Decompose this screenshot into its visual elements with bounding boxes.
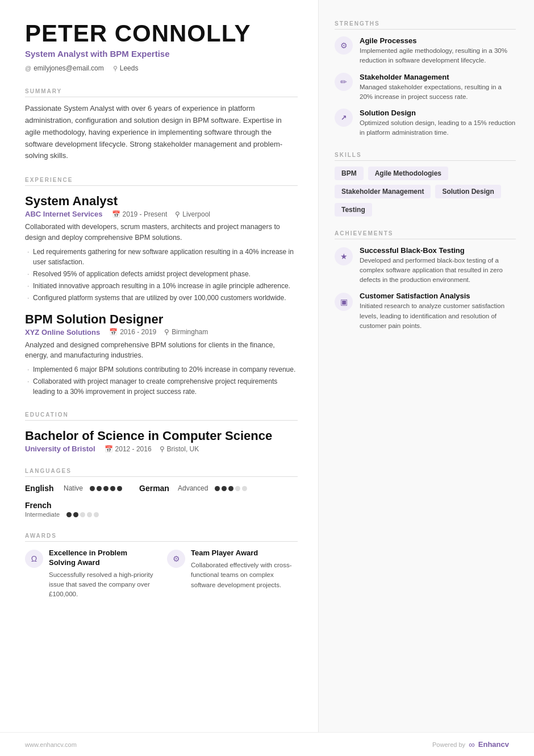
- dot-empty: [80, 512, 85, 517]
- lang-french: French Intermediate: [25, 501, 99, 518]
- calendar-icon-2: 📅: [109, 328, 118, 336]
- awards-grid: Ω Excellence in Problem Solving Award Su…: [25, 549, 298, 600]
- email-contact: @ emilyjones@email.com: [25, 64, 104, 72]
- job-1-company: ABC Internet Services: [25, 210, 103, 218]
- skill-testing: Testing: [335, 203, 372, 217]
- skill-bpm: BPM: [335, 167, 364, 180]
- experience-label: EXPERIENCE: [25, 177, 298, 186]
- achievements-section: ACHIEVEMENTS ★ Successful Black-Box Test…: [335, 230, 516, 331]
- job-1-bullets: Led requirements gathering for new softw…: [25, 247, 298, 303]
- strengths-label: STRENGTHS: [335, 20, 516, 30]
- summary-label: SUMMARY: [25, 88, 298, 97]
- education-section: EDUCATION Bachelor of Science in Compute…: [25, 412, 298, 453]
- job-2-period: 📅 2016 - 2019: [109, 328, 156, 336]
- job-2-title: BPM Solution Designer: [25, 312, 298, 327]
- pin-icon-1: ⚲: [175, 210, 180, 218]
- dot: [103, 486, 109, 491]
- dot: [215, 486, 220, 491]
- strength-1-icon-wrap: ⚙: [335, 36, 353, 55]
- job-1-meta: 📅 2019 - Present ⚲ Liverpool: [112, 210, 210, 218]
- contact-row: @ emilyjones@email.com ⚲ Leeds: [25, 64, 298, 72]
- strengths-section: STRENGTHS ⚙ Agile Processes Implemented …: [335, 20, 516, 138]
- dot: [222, 486, 227, 491]
- skill-stakeholder: Stakeholder Management: [335, 185, 431, 198]
- strength-2-icon-wrap: ✏: [335, 73, 353, 91]
- strength-1-title: Agile Processes: [360, 36, 516, 45]
- languages-label: LANGUAGES: [25, 468, 298, 477]
- lang-english-name: English: [25, 484, 59, 493]
- job-2-company-row: XYZ Online Solutions 📅 2016 - 2019 ⚲ Bir…: [25, 328, 298, 337]
- strength-1-icon: ⚙: [340, 41, 348, 50]
- pin-icon-edu: ⚲: [160, 445, 165, 453]
- job-2-meta: 📅 2016 - 2019 ⚲ Birmingham: [109, 328, 208, 336]
- award-2-title: Team Player Award: [191, 549, 298, 558]
- lang-german: German Advanced: [139, 484, 247, 493]
- pin-icon-2: ⚲: [164, 328, 169, 336]
- achievement-1: ★ Successful Black-Box Testing Developed…: [335, 246, 516, 285]
- achievement-1-icon-wrap: ★: [335, 247, 353, 265]
- strength-1-body: Agile Processes Implemented agile method…: [360, 36, 516, 66]
- calendar-icon-edu: 📅: [105, 445, 113, 453]
- achievement-2: ▣ Customer Satisfaction Analysis Initiat…: [335, 292, 516, 331]
- award-1-title: Excellence in Problem Solving Award: [49, 549, 156, 568]
- job-2-desc: Analyzed and designed comprehensive BPM …: [25, 340, 298, 362]
- award-2-body: Team Player Award Collaborated effective…: [191, 549, 298, 600]
- footer-website: www.enhancv.com: [25, 741, 77, 748]
- job-1-company-row: ABC Internet Services 📅 2019 - Present ⚲…: [25, 210, 298, 218]
- award-1-icon: Ω: [31, 554, 37, 563]
- email-icon: @: [25, 65, 31, 72]
- summary-section: SUMMARY Passionate System Analyst with o…: [25, 88, 298, 162]
- dot: [66, 512, 72, 517]
- awards-section: AWARDS Ω Excellence in Problem Solving A…: [25, 533, 298, 600]
- footer-brand: Powered by ∞ Enhancv: [432, 740, 509, 749]
- bullet-1-3: Initiated innovative approach resulting …: [25, 281, 298, 291]
- achievement-2-body: Customer Satisfaction Analysis Initiated…: [360, 292, 516, 331]
- dot: [228, 486, 233, 491]
- lang-french-dots: [66, 512, 99, 517]
- strength-3-icon-wrap: ↗: [335, 109, 353, 127]
- achievement-1-desc: Developed and performed black-box testin…: [360, 256, 516, 285]
- strength-2-body: Stakeholder Management Managed stakehold…: [360, 73, 516, 102]
- lang-english-dots: [90, 486, 122, 491]
- achievement-2-icon: ▣: [340, 297, 348, 306]
- candidate-name: PETER CONNOLLY: [25, 20, 298, 47]
- lang-german-name: German: [139, 484, 173, 493]
- job-2: BPM Solution Designer XYZ Online Solutio…: [25, 312, 298, 397]
- edu-meta: 📅 2012 - 2016 ⚲ Bristol, UK: [105, 445, 199, 453]
- strength-3-icon: ↗: [341, 114, 347, 122]
- job-1: System Analyst ABC Internet Services 📅 2…: [25, 194, 298, 303]
- bullet-1-2: Resolved 95% of application defects amid…: [25, 269, 298, 279]
- achievement-2-desc: Initiated research to analyze customer s…: [360, 301, 516, 331]
- dot-empty: [242, 486, 247, 491]
- edu-location: ⚲ Bristol, UK: [160, 445, 199, 453]
- education-label: EDUCATION: [25, 412, 298, 421]
- skills-label: SKILLS: [335, 152, 516, 161]
- dot: [110, 486, 115, 491]
- location-value: Leeds: [120, 64, 139, 72]
- job-1-period: 📅 2019 - Present: [112, 210, 168, 218]
- bullet-1-4: Configured platform systems that are uti…: [25, 293, 298, 303]
- strength-3-title: Solution Design: [360, 109, 516, 117]
- achievement-1-icon: ★: [340, 252, 348, 261]
- achievement-2-icon-wrap: ▣: [335, 293, 353, 311]
- award-1-icon-wrap: Ω: [25, 550, 43, 568]
- dot-empty: [87, 512, 92, 517]
- edu-item-1: Bachelor of Science in Computer Science …: [25, 429, 298, 453]
- edu-school-row: University of Bristol 📅 2012 - 2016 ⚲ Br…: [25, 445, 298, 453]
- award-1-desc: Successfully resolved a high-priority is…: [49, 570, 156, 600]
- lang-french-level: Intermediate: [25, 511, 60, 518]
- email-value: emilyjones@email.com: [34, 64, 104, 72]
- lang-english: English Native: [25, 484, 122, 493]
- left-column: PETER CONNOLLY System Analyst with BPM E…: [0, 0, 318, 732]
- strength-3-body: Solution Design Optimized solution desig…: [360, 109, 516, 138]
- strength-2: ✏ Stakeholder Management Managed stakeho…: [335, 73, 516, 102]
- awards-label: AWARDS: [25, 533, 298, 542]
- edu-period: 📅 2012 - 2016: [105, 445, 152, 453]
- calendar-icon-1: 📅: [112, 210, 120, 218]
- languages-grid: English Native German Advanced: [25, 484, 298, 518]
- location-icon: ⚲: [113, 65, 118, 72]
- powered-by-text: Powered by: [432, 741, 465, 748]
- strength-3-desc: Optimized solution design, leading to a …: [360, 118, 516, 138]
- location-contact: ⚲ Leeds: [113, 64, 139, 72]
- award-1: Ω Excellence in Problem Solving Award Su…: [25, 549, 156, 600]
